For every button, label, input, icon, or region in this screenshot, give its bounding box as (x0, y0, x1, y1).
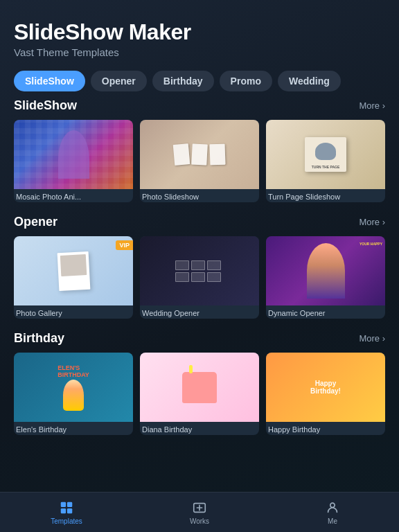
nav-me[interactable]: Me (266, 499, 399, 525)
birthday-section-title: Birthday (14, 331, 64, 346)
tab-slideshow[interactable]: SlideShow (14, 71, 85, 91)
mosaic-figure (58, 130, 89, 179)
bday3-label: Happy Birthday (266, 422, 385, 435)
dynamic-person (307, 243, 345, 299)
slideshow-section-header: SlideShow More › (14, 98, 385, 113)
w-frame-1 (175, 260, 189, 270)
bday2-label: Diana Birthday (140, 422, 259, 435)
svg-rect-0 (61, 502, 66, 507)
polaroid-graphic (57, 251, 90, 290)
turn-page-thumb: TURN THE PAGE (266, 120, 385, 189)
wedding-opener-label: Wedding Opener (140, 305, 259, 319)
dynamic-opener-label: Dynamic Opener (266, 305, 385, 319)
bday1-label: Elen's Birthday (14, 422, 133, 435)
wedding-frames (175, 260, 224, 282)
turn-page-card[interactable]: TURN THE PAGE Turn Page Slideshow (266, 120, 385, 202)
mosaic-thumb (14, 120, 133, 189)
app-header: SlideShow Maker Vast Theme Templates (0, 0, 399, 64)
birthday-section: Birthday More › ELEN'SBIRTHDAY Elen's Bi… (14, 331, 385, 435)
tab-promo[interactable]: Promo (220, 71, 272, 91)
photo-card-2 (191, 143, 208, 165)
bday1-title: ELEN'SBIRTHDAY (57, 364, 89, 378)
opener-section-header: Opener More › (14, 215, 385, 229)
bday3-card[interactable]: HappyBirthday! Happy Birthday (266, 353, 385, 435)
bday1-thumb: ELEN'SBIRTHDAY (14, 353, 133, 422)
app-subtitle: Vast Theme Templates (14, 46, 385, 58)
bottom-nav: Templates Works Me (0, 492, 399, 532)
w-frame-4 (175, 272, 189, 282)
wedding-opener-thumb (140, 236, 259, 305)
tab-birthday[interactable]: Birthday (152, 71, 214, 91)
slideshow-card-grid: Mosaic Photo Ani... Photo Slideshow (14, 120, 385, 202)
bday2-card[interactable]: Diana Birthday (140, 353, 259, 435)
birthday-section-header: Birthday More › (14, 331, 385, 346)
w-frame-3 (207, 260, 221, 270)
tab-wedding[interactable]: Wedding (278, 71, 341, 91)
svg-point-5 (330, 503, 335, 507)
turn-page-label: Turn Page Slideshow (266, 189, 385, 202)
bday1-card[interactable]: ELEN'SBIRTHDAY Elen's Birthday (14, 353, 133, 435)
w-frame-2 (191, 260, 205, 270)
opener-section: Opener More › VIP Photo Gallery (14, 215, 385, 319)
content-area: SlideShow More › Mosaic Photo Ani... (0, 98, 399, 532)
works-nav-label: Works (190, 517, 209, 525)
bird-graphic (315, 143, 336, 160)
opener-more-button[interactable]: More › (359, 217, 385, 227)
birthday-more-button[interactable]: More › (359, 333, 385, 344)
photo-slideshow-card[interactable]: Photo Slideshow (140, 120, 259, 202)
works-icon (191, 499, 208, 516)
slideshow-more-button[interactable]: More › (359, 100, 385, 111)
bday1-girl (63, 380, 84, 411)
birthday-card-grid: ELEN'SBIRTHDAY Elen's Birthday Diana Bir… (14, 353, 385, 435)
dynamic-opener-card[interactable]: YOUR HAPPY Dynamic Opener (266, 236, 385, 319)
vip-badge: VIP (116, 240, 133, 250)
photo-card-3 (209, 144, 225, 166)
cake-graphic (182, 372, 217, 403)
templates-nav-label: Templates (51, 517, 82, 525)
dynamic-opener-thumb: YOUR HAPPY (266, 236, 385, 305)
me-nav-label: Me (328, 517, 337, 525)
photo-slideshow-thumb (140, 120, 259, 189)
filter-tabs: SlideShow Opener Birthday Promo Wedding (0, 64, 399, 98)
svg-rect-1 (67, 502, 72, 507)
w-frame-6 (207, 272, 221, 282)
photo-card-1 (173, 143, 190, 166)
photo-gallery-thumb: VIP (14, 236, 133, 305)
templates-icon (58, 499, 75, 516)
mosaic-label: Mosaic Photo Ani... (14, 189, 133, 202)
photo-slideshow-label: Photo Slideshow (140, 189, 259, 202)
dynamic-text: YOUR HAPPY (360, 242, 382, 246)
opener-card-grid: VIP Photo Gallery (14, 236, 385, 319)
mosaic-card[interactable]: Mosaic Photo Ani... (14, 120, 133, 202)
bday3-text: HappyBirthday! (310, 380, 341, 395)
polaroid-image (60, 254, 87, 276)
photo-gallery-card[interactable]: VIP Photo Gallery (14, 236, 133, 319)
book-text: TURN THE PAGE (305, 165, 346, 169)
app-container: SlideShow Maker Vast Theme Templates Sli… (0, 0, 399, 532)
app-title: SlideShow Maker (14, 19, 385, 45)
me-icon (324, 499, 341, 516)
nav-templates[interactable]: Templates (0, 499, 133, 525)
wedding-opener-card[interactable]: Wedding Opener (140, 236, 259, 319)
slideshow-section: SlideShow More › Mosaic Photo Ani... (14, 98, 385, 202)
slideshow-section-title: SlideShow (14, 98, 77, 113)
bday2-thumb (140, 353, 259, 422)
opener-section-title: Opener (14, 215, 57, 229)
w-frame-5 (191, 272, 205, 282)
photo-gallery-label: Photo Gallery (14, 305, 133, 319)
svg-rect-3 (67, 508, 72, 513)
svg-rect-2 (61, 508, 66, 513)
book-graphic: TURN THE PAGE (305, 137, 346, 172)
bday3-thumb: HappyBirthday! (266, 353, 385, 422)
tab-opener[interactable]: Opener (91, 71, 147, 91)
nav-works[interactable]: Works (133, 499, 266, 525)
